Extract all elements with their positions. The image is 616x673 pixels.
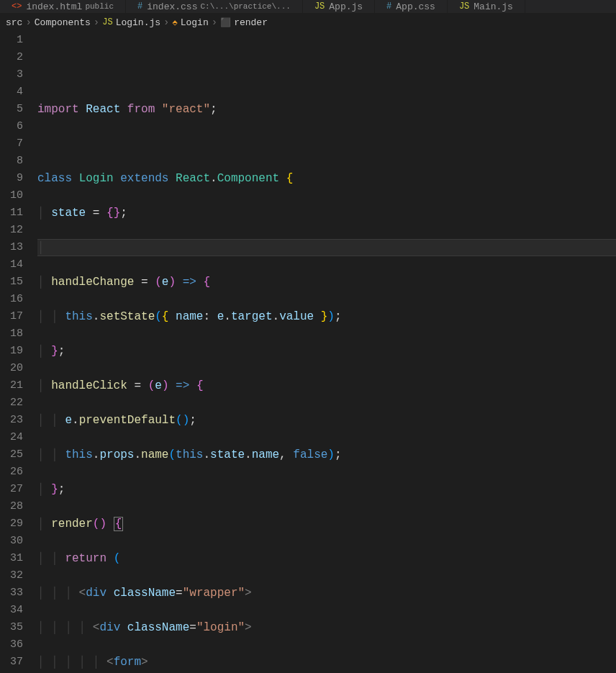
breadcrumb-method[interactable]: render [234,17,268,28]
css-icon: # [137,1,142,12]
breadcrumb: src › Components › JS Login.js › ⬘ Login… [0,13,616,32]
code-editor[interactable]: 1234567891011121314151617181920212223242… [0,32,616,673]
code-area[interactable]: import React from "react"; class Login e… [37,32,616,673]
chevron-right-icon: › [25,17,31,28]
tab-label: App.js [329,1,363,12]
class-icon: ⬘ [172,17,177,28]
chevron-right-icon: › [212,17,217,28]
breadcrumb-src[interactable]: src [6,17,22,28]
js-icon: JS [459,1,469,12]
chevron-right-icon: › [163,17,169,28]
tab-app-css[interactable]: # App.css [375,0,448,13]
css-icon: # [386,1,391,12]
method-icon: ⬛ [220,17,231,28]
chevron-right-icon: › [94,17,99,28]
tab-label: Main.js [474,1,513,12]
html-icon: <> [12,1,22,12]
js-icon: JS [314,1,325,12]
tab-sublabel: C:\...\practice\... [200,2,290,11]
tab-index-css[interactable]: # index.css C:\...\practice\... [126,0,303,13]
breadcrumb-file[interactable]: Login.js [116,17,160,28]
tab-sublabel: public [85,2,114,11]
line-gutter: 1234567891011121314151617181920212223242… [0,32,37,673]
tab-label: App.css [396,1,435,12]
breadcrumb-class[interactable]: Login [181,17,209,28]
tab-label: index.html [26,1,82,12]
tab-main-js[interactable]: JS Main.js [448,0,525,13]
js-icon: JS [102,17,112,27]
breadcrumb-components[interactable]: Components [35,17,91,28]
tab-index-html[interactable]: <> index.html public [0,0,126,13]
tab-app-js[interactable]: JS App.js [303,0,375,13]
tab-label: index.css [147,1,197,12]
editor-tabs: <> index.html public # index.css C:\...\… [0,0,616,13]
